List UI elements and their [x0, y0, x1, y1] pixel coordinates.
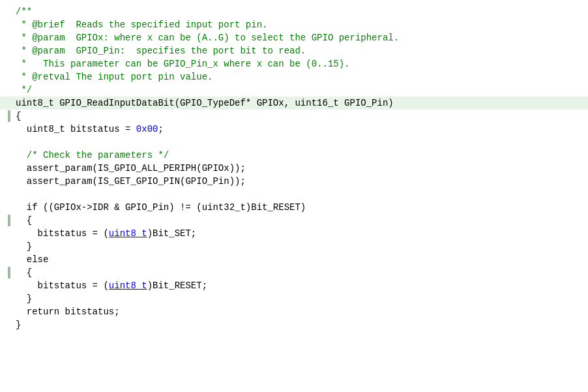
code-token: * @param GPIO_Pin: specifies the port bi…	[16, 46, 306, 56]
line-content: }	[16, 292, 580, 305]
line-content: /* Check the parameters */	[16, 149, 580, 162]
code-token: if ((GPIOx->IDR & GPIO_Pin) != (uint32_t…	[16, 202, 306, 213]
code-token: uint8_t	[109, 228, 147, 239]
code-line: else	[0, 253, 588, 266]
line-content: * @brief Reads the specified input port …	[16, 18, 580, 31]
line-content	[16, 136, 580, 149]
code-line: assert_param(IS_GET_GPIO_PIN(GPIO_Pin));	[0, 175, 588, 188]
code-token: * @param GPIOx: where x can be (A..G) to…	[16, 33, 399, 43]
code-token: uint8_t bitstatus =	[16, 124, 136, 134]
code-line: }	[0, 240, 588, 253]
line-content: {	[16, 110, 580, 123]
code-token: * @brief Reads the specified input port …	[16, 20, 267, 30]
code-line	[0, 188, 588, 201]
code-line: return bitstatus;	[0, 305, 588, 318]
code-token: {	[16, 111, 21, 121]
code-line: bitstatus = (uint8_t)Bit_SET;	[0, 227, 588, 240]
code-line: /* Check the parameters */	[0, 149, 588, 162]
line-content: {	[16, 266, 580, 279]
line-content	[16, 188, 580, 201]
code-line: if ((GPIOx->IDR & GPIO_Pin) != (uint32_t…	[0, 201, 588, 214]
code-line: }	[0, 292, 588, 305]
line-content: else	[16, 253, 580, 266]
code-line: /**	[0, 5, 588, 18]
code-token: {	[16, 267, 32, 278]
code-token: else	[16, 254, 48, 265]
code-token: bitstatus = (	[16, 228, 109, 239]
code-line: * @param GPIO_Pin: specifies the port bi…	[0, 44, 588, 57]
code-token: assert_param(IS_GPIO_ALL_PERIPH(GPIOx));	[16, 163, 246, 173]
line-content: }	[16, 240, 580, 253]
line-content: * @retval The input port pin value.	[16, 70, 580, 83]
code-editor: /** * @brief Reads the specified input p…	[0, 0, 588, 392]
line-content: }	[16, 318, 580, 331]
code-token: 0x00	[136, 124, 158, 134]
code-token: bitstatus = (	[16, 280, 109, 291]
line-indicator	[8, 266, 13, 279]
code-token: return bitstatus;	[16, 307, 120, 317]
line-content: * @param GPIOx: where x can be (A..G) to…	[16, 31, 580, 44]
line-content: uint8_t bitstatus = 0x00;	[16, 123, 580, 136]
line-indicator	[8, 214, 13, 226]
line-content: uint8_t GPIO_ReadInputDataBit(GPIO_TypeD…	[16, 97, 580, 110]
code-line: uint8_t bitstatus = 0x00;	[0, 123, 588, 136]
code-line: {	[0, 266, 588, 279]
code-token: /**	[16, 7, 32, 17]
line-content: return bitstatus;	[16, 305, 580, 318]
code-token: * This parameter can be GPIO_Pin_x where…	[16, 59, 349, 69]
line-content: if ((GPIOx->IDR & GPIO_Pin) != (uint32_t…	[16, 201, 580, 214]
code-token: {	[16, 215, 32, 226]
code-token: uint8_t GPIO_ReadInputDataBit(GPIO_TypeD…	[16, 98, 394, 108]
code-token: */	[16, 85, 32, 95]
line-indicator	[8, 110, 13, 122]
code-line	[0, 136, 588, 149]
line-content: /**	[16, 5, 580, 18]
code-line: {	[0, 110, 588, 123]
line-content: * This parameter can be GPIO_Pin_x where…	[16, 57, 580, 70]
code-token: }	[16, 294, 32, 304]
code-line: bitstatus = (uint8_t)Bit_RESET;	[0, 279, 588, 292]
code-token: assert_param(IS_GET_GPIO_PIN(GPIO_Pin));	[16, 176, 246, 187]
code-token: }	[16, 320, 21, 330]
code-token: uint8_t	[109, 280, 147, 291]
code-line: * @brief Reads the specified input port …	[0, 18, 588, 31]
line-content: {	[16, 214, 580, 227]
line-content: bitstatus = (uint8_t)Bit_RESET;	[16, 279, 580, 292]
code-line: {	[0, 214, 588, 227]
code-line: * @param GPIOx: where x can be (A..G) to…	[0, 31, 588, 44]
code-token: )Bit_RESET;	[147, 280, 207, 291]
code-token: }	[16, 241, 32, 252]
line-content: assert_param(IS_GPIO_ALL_PERIPH(GPIOx));	[16, 162, 580, 175]
code-line: * This parameter can be GPIO_Pin_x where…	[0, 57, 588, 70]
code-token: )Bit_SET;	[147, 228, 197, 239]
code-token: ;	[158, 124, 163, 134]
code-token: * @retval The input port pin value.	[16, 72, 213, 82]
line-content: bitstatus = (uint8_t)Bit_SET;	[16, 227, 580, 240]
line-content: */	[16, 83, 580, 97]
code-line: assert_param(IS_GPIO_ALL_PERIPH(GPIOx));	[0, 162, 588, 175]
line-content: * @param GPIO_Pin: specifies the port bi…	[16, 44, 580, 57]
code-line: */	[0, 83, 588, 97]
code-line: uint8_t GPIO_ReadInputDataBit(GPIO_TypeD…	[0, 97, 588, 110]
line-content: assert_param(IS_GET_GPIO_PIN(GPIO_Pin));	[16, 175, 580, 188]
code-line: * @retval The input port pin value.	[0, 70, 588, 83]
code-line: }	[0, 318, 588, 331]
code-token: /* Check the parameters */	[16, 150, 169, 160]
